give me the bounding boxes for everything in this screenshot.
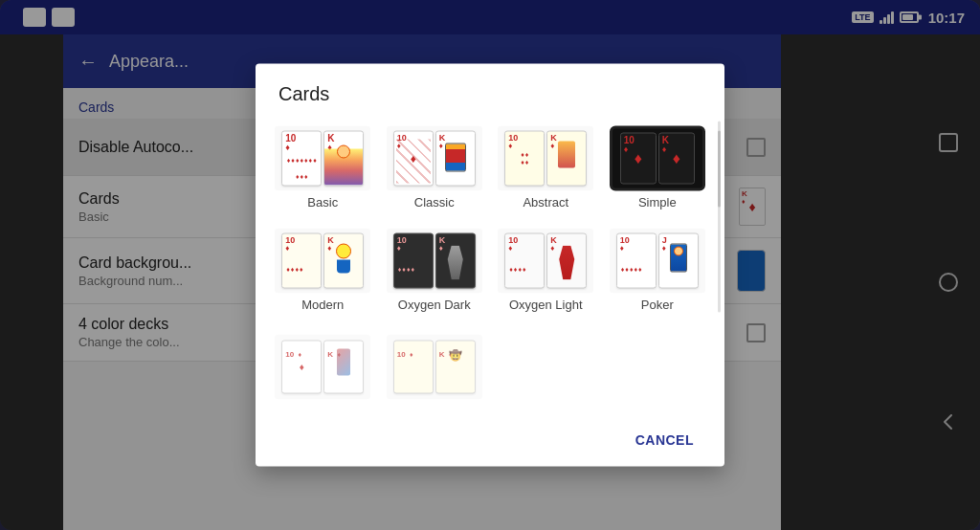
oxy-light-cards-pair: 10 ♦ ♦♦ ♦♦ K ♦ [504, 233, 587, 289]
modern-king-card: K ♦ [323, 233, 364, 289]
basic-ten-card: 10 ♦ ♦♦♦ ♦♦♦ ♦♦♦ ♦ [281, 131, 322, 187]
poker-ten-suit: ♦ [620, 245, 624, 253]
extra-1-card-b: K ♦ [323, 341, 364, 394]
dialog-title: Cards [256, 64, 724, 117]
poker-label: Poker [641, 298, 674, 312]
oxy-light-pips: ♦♦ ♦♦ [508, 253, 526, 286]
oxy-dark-pips: ♦♦ ♦♦ [397, 253, 415, 286]
card-options-grid: 10 ♦ ♦♦♦ ♦♦♦ ♦♦♦ ♦ K [271, 117, 709, 321]
card-option-abstract-preview: 10 ♦ ♦♦ ♦♦ K ♦ [498, 126, 593, 191]
classic-king-suit: ♦ [439, 143, 443, 150]
simple-ten-suit: ♦ [624, 145, 629, 154]
oxy-light-ten-card: 10 ♦ ♦♦ ♦♦ [504, 233, 545, 289]
card-option-simple[interactable]: 10 ♦ ♦ K ♦ ♦ Simple [606, 121, 710, 215]
abstract-cards-pair: 10 ♦ ♦♦ ♦♦ K ♦ [504, 131, 587, 187]
modern-ten-card: 10 ♦ ♦♦♦ ♦ [281, 233, 322, 289]
card-option-oxygen-dark[interactable]: 10 ♦ ♦♦ ♦♦ K ♦ [383, 223, 487, 318]
extra-1-pair: 10 ♦ ♦ K ♦ [281, 341, 364, 394]
card-option-oxygen-light[interactable]: 10 ♦ ♦♦ ♦♦ K ♦ [494, 223, 598, 318]
poker-ten-card: 10 ♦ ♦♦♦ ♦♦ [616, 233, 657, 289]
oxy-dark-ten-card: 10 ♦ ♦♦ ♦♦ [393, 233, 434, 289]
oxy-dark-king-suit: ♦ [439, 245, 443, 253]
extra-2-card-a: 10 ♦ [393, 341, 434, 394]
card-option-oxy-light-preview: 10 ♦ ♦♦ ♦♦ K ♦ [498, 229, 593, 294]
simple-ten-card: 10 ♦ ♦ [620, 133, 657, 185]
extra-2-card-b: K ♦ 🤠 [435, 341, 476, 394]
modern-cards-pair: 10 ♦ ♦♦♦ ♦ K ♦ [281, 233, 364, 289]
abstract-ten-card: 10 ♦ ♦♦ ♦♦ [504, 131, 545, 187]
simple-king-center: ♦ [673, 150, 680, 167]
oxy-light-ten-suit: ♦ [508, 245, 512, 253]
card-option-poker-preview: 10 ♦ ♦♦♦ ♦♦ J ♦ [610, 229, 705, 294]
oxy-dark-figure [446, 246, 465, 280]
classic-ten-card: 10 ♦ ♦ [393, 131, 434, 187]
extra-1-preview: 10 ♦ ♦ K ♦ [275, 335, 370, 400]
king-face [337, 145, 350, 159]
poker-cards-pair: 10 ♦ ♦♦♦ ♦♦ J ♦ [616, 233, 699, 289]
simple-cards-pair: 10 ♦ ♦ K ♦ ♦ [620, 133, 695, 185]
oxygen-dark-label: Oxygen Dark [398, 298, 471, 312]
cancel-button[interactable]: CANCEL [620, 425, 709, 455]
card-option-classic[interactable]: 10 ♦ ♦ K ♦ Classic [383, 121, 487, 215]
basic-ten-pips: ♦♦♦ ♦♦♦ ♦♦♦ ♦ [285, 152, 318, 184]
modern-king-suit: ♦ [327, 245, 331, 253]
abstract-king-card: K ♦ [546, 131, 587, 187]
basic-king-card: K ♦ [323, 131, 364, 187]
simple-ten-center: ♦ [635, 150, 642, 167]
oxy-light-king-card: K ♦ [546, 233, 587, 289]
dialog-content: 10 ♦ ♦♦♦ ♦♦♦ ♦♦♦ ♦ K [256, 117, 724, 417]
oxy-dark-ten-suit: ♦ [397, 245, 401, 253]
card-option-basic[interactable]: 10 ♦ ♦♦♦ ♦♦♦ ♦♦♦ ♦ K [271, 121, 375, 215]
modern-label: Modern [301, 298, 344, 312]
abstract-ten-suit: ♦ [508, 143, 512, 150]
card-option-basic-preview: 10 ♦ ♦♦♦ ♦♦♦ ♦♦♦ ♦ K [275, 126, 370, 191]
cards-dialog: Cards 10 ♦ ♦♦♦ ♦♦♦ [256, 64, 724, 467]
card-option-modern-preview: 10 ♦ ♦♦♦ ♦ K ♦ [275, 229, 370, 294]
card-option-modern[interactable]: 10 ♦ ♦♦♦ ♦ K ♦ [271, 223, 375, 318]
extra-card-option-1[interactable]: 10 ♦ ♦ K ♦ [271, 329, 375, 406]
classic-cards-pair: 10 ♦ ♦ K ♦ [393, 131, 476, 187]
card-option-abstract[interactable]: 10 ♦ ♦♦ ♦♦ K ♦ [494, 121, 598, 215]
phone-frame: LTE 10:17 ← Appeara... Cards Disable Aut… [0, 0, 980, 530]
extra-2-preview: 10 ♦ K ♦ 🤠 [387, 335, 482, 400]
modern-ten-suit: ♦ [285, 245, 289, 253]
oxy-dark-king-card: K ♦ [435, 233, 476, 289]
simple-label: Simple [638, 195, 677, 210]
simple-king-card: K ♦ ♦ [658, 133, 695, 185]
modern-ten-pips: ♦♦♦ ♦ [285, 253, 303, 286]
abstract-label: Abstract [523, 195, 568, 210]
card-option-poker[interactable]: 10 ♦ ♦♦♦ ♦♦ J ♦ [606, 223, 710, 318]
poker-pips: ♦♦♦ ♦♦ [620, 253, 643, 286]
card-option-simple-preview: 10 ♦ ♦ K ♦ ♦ [610, 126, 705, 191]
classic-label: Classic [414, 195, 455, 210]
oxygen-light-label: Oxygen Light [509, 298, 583, 312]
extra-row: 10 ♦ ♦ K ♦ [271, 325, 709, 409]
extra-1-card-a: 10 ♦ ♦ [281, 341, 322, 394]
extra-2-pair: 10 ♦ K ♦ 🤠 [393, 341, 476, 394]
poker-queen-suit: ♦ [662, 245, 666, 253]
abstract-king-suit: ♦ [550, 143, 554, 150]
oxy-dark-cards-pair: 10 ♦ ♦♦ ♦♦ K ♦ [393, 233, 476, 289]
extra-card-option-2[interactable]: 10 ♦ K ♦ 🤠 [383, 329, 487, 406]
poker-queen-card: J ♦ [658, 233, 699, 289]
card-option-oxy-dark-preview: 10 ♦ ♦♦ ♦♦ K ♦ [387, 229, 482, 294]
basic-cards-pair: 10 ♦ ♦♦♦ ♦♦♦ ♦♦♦ ♦ K [281, 131, 364, 187]
basic-label: Basic [307, 195, 338, 210]
oxy-light-king-suit: ♦ [550, 245, 554, 253]
classic-king-card: K ♦ [435, 131, 476, 187]
classic-king-figure [445, 144, 466, 172]
simple-king-suit: ♦ [662, 145, 667, 154]
dialog-actions: CANCEL [256, 417, 724, 467]
basic-ten-suit: ♦ [285, 144, 290, 152]
card-option-classic-preview: 10 ♦ ♦ K ♦ [387, 126, 482, 191]
oxy-light-figure [557, 246, 576, 280]
